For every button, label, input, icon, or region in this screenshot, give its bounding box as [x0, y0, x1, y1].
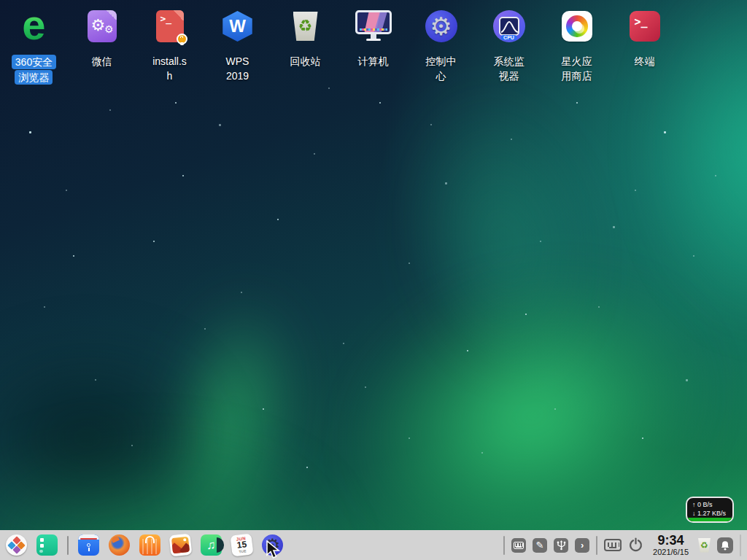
notification-bell-button[interactable] — [717, 537, 733, 553]
desktop-icon-grid: e 360安全浏览器 ⚙ ⚙ 微信 >_ install.sh — [0, 4, 678, 85]
desktop-icon-label: 微信 — [92, 54, 112, 69]
tray-expand-chevron[interactable]: › — [575, 538, 589, 553]
shutdown-button[interactable] — [628, 537, 643, 553]
terminal-icon: >_ — [630, 11, 660, 42]
control-center-gear-icon: ⚙ — [425, 10, 457, 42]
desktop-icon-control-center[interactable]: ⚙ 控制中心 — [407, 4, 475, 85]
file-manager-button[interactable] — [78, 534, 99, 556]
desktop-icon-spark-store[interactable]: 星火应用商店 — [543, 4, 611, 85]
system-monitor-icon: CPU — [493, 10, 525, 42]
desktop-icon-install-sh[interactable]: >_ install.sh — [136, 4, 204, 85]
desktop-icon-terminal[interactable]: >_ 终端 — [611, 4, 678, 85]
upload-speed: ↑ 0 B/s — [692, 500, 732, 509]
clock-date: 2021/6/15 — [653, 548, 689, 556]
desktop-icon-label: 控制中心 — [426, 54, 457, 83]
desktop-icon-label: 系统监视器 — [494, 54, 525, 83]
wechat-package-icon: ⚙ ⚙ — [88, 10, 117, 42]
desktop-icon-wps-2019[interactable]: W WPS2019 — [204, 4, 271, 85]
system-tray-area: ✎ › — [503, 534, 747, 556]
firefox-button[interactable] — [109, 534, 130, 556]
spark-store-swirl-icon — [562, 11, 592, 42]
taskbar: ♫ JUN 15 TUE ⚙ ✎ — [0, 530, 747, 560]
desktop-icon-label: WPS2019 — [226, 54, 249, 83]
wps-icon: W — [221, 11, 255, 42]
desktop-icon-wechat[interactable]: ⚙ ⚙ 微信 — [68, 4, 136, 85]
desktop-icon-label: 星火应用商店 — [562, 54, 592, 83]
music-player-button[interactable]: ♫ — [201, 534, 222, 556]
control-center-button[interactable]: ⚙ — [262, 534, 283, 556]
pen-input-tray-icon[interactable]: ✎ — [533, 538, 547, 553]
desktop-icon-360-browser[interactable]: e 360安全浏览器 — [0, 4, 68, 85]
recycle-bin-icon: ♻ — [293, 12, 318, 41]
desktop-icon-system-monitor[interactable]: CPU 系统监视器 — [475, 4, 543, 85]
input-method-tray-icon[interactable] — [511, 538, 526, 553]
desktop-icon-label: 360安全浏览器 — [12, 54, 56, 85]
lock-badge-icon — [177, 34, 187, 44]
usb-device-tray-icon[interactable] — [554, 538, 568, 553]
tray-separator — [503, 536, 505, 555]
computer-monitor-icon — [355, 10, 392, 42]
360-browser-icon: e — [22, 6, 45, 44]
onscreen-keyboard-button[interactable] — [604, 539, 622, 551]
network-speed-widget[interactable]: ↑ 0 B/s ↓ 1.27 KB/s — [686, 497, 734, 523]
tray-separator — [596, 536, 597, 555]
desktop-icon-label: install.sh — [152, 54, 187, 83]
calendar-button[interactable]: JUN 15 TUE — [230, 533, 253, 556]
dock-app-area: ♫ JUN 15 TUE ⚙ — [0, 534, 283, 556]
desktop-icon-label: 终端 — [635, 54, 655, 69]
show-desktop-edge[interactable] — [740, 534, 741, 556]
taskbar-clock[interactable]: 9:34 2021/6/15 — [653, 534, 689, 556]
shell-script-icon: >_ — [156, 10, 184, 42]
desktop-icon-recycle-bin[interactable]: ♻ 回收站 — [271, 4, 339, 85]
network-activity-bar — [687, 518, 732, 521]
image-viewer-button[interactable] — [169, 534, 193, 557]
clock-time: 9:34 — [653, 534, 689, 547]
download-speed: ↓ 1.27 KB/s — [692, 509, 732, 518]
desktop-icon-computer[interactable]: 计算机 — [339, 4, 407, 85]
desktop-icon-label: 计算机 — [358, 54, 389, 69]
gear-icon: ⚙ — [265, 537, 281, 554]
trash-tray-icon[interactable]: ♻ — [698, 538, 711, 553]
multitask-view-button[interactable] — [36, 534, 58, 556]
dock-separator — [67, 536, 69, 555]
app-store-button[interactable] — [139, 534, 160, 556]
launcher-button[interactable] — [6, 534, 27, 556]
music-note-icon: ♫ — [206, 538, 216, 553]
desktop-icon-label: 回收站 — [290, 54, 321, 69]
